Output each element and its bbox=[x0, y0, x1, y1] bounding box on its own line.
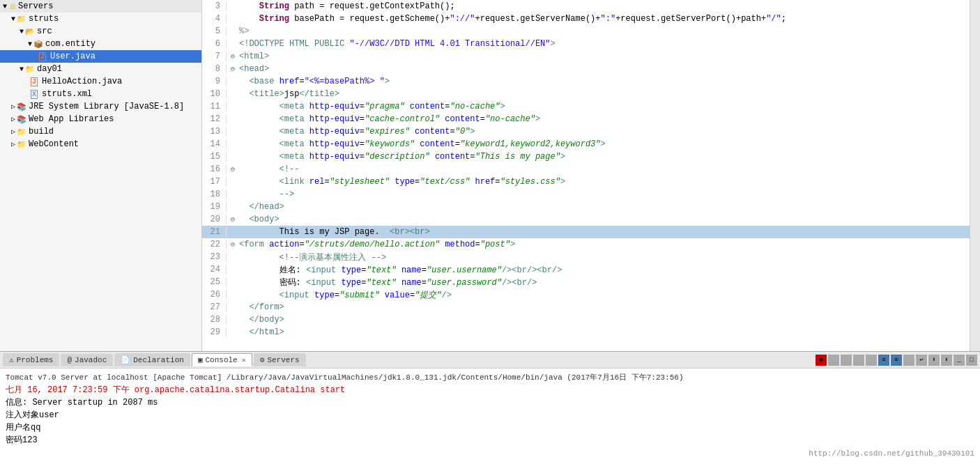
sidebar-item-label: HelloAction.java bbox=[42, 77, 122, 86]
sidebar-item-label: day01 bbox=[37, 64, 62, 74]
library-icon: 📚 bbox=[17, 115, 26, 124]
expand-arrow: ▼ bbox=[20, 65, 24, 73]
action-btn-7[interactable]: ≡ bbox=[891, 355, 902, 366]
tab-javadoc[interactable]: @ Javadoc bbox=[61, 354, 113, 366]
tab-problems-label: Problems bbox=[17, 356, 54, 364]
tab-servers[interactable]: ⚙ Servers bbox=[254, 353, 306, 366]
console-line-2: 注入对象user bbox=[6, 409, 974, 421]
package-icon: 📦 bbox=[33, 40, 43, 49]
sidebar-item-label: struts.xml bbox=[42, 89, 92, 99]
code-line-19: 19 </head> bbox=[202, 201, 970, 213]
console-output: Tomcat v7.0 Server at localhost [Apache … bbox=[0, 369, 980, 473]
code-line-6: 6 <!DOCTYPE HTML PUBLIC "-//W3C//DTD HTM… bbox=[202, 38, 970, 50]
action-btn-6[interactable]: ≡ bbox=[878, 355, 889, 366]
editor-area: 3 String path = request.getContextPath()… bbox=[202, 0, 980, 351]
action-btn-11[interactable]: ⬇ bbox=[941, 355, 952, 366]
code-editor[interactable]: 3 String path = request.getContextPath()… bbox=[202, 0, 970, 351]
code-line-11: 11 <meta http-equiv="pragma" content="no… bbox=[202, 100, 970, 113]
java-file-icon: J bbox=[31, 77, 38, 86]
sidebar-item-label: WebContent bbox=[29, 139, 79, 149]
action-btn-8[interactable] bbox=[903, 355, 914, 366]
code-line-25: 25 密码: <input type="text" name="user.pas… bbox=[202, 276, 970, 288]
expand-arrow: ▷ bbox=[11, 102, 15, 111]
action-btn-5[interactable] bbox=[866, 355, 877, 366]
code-line-26: 26 <input type="submit" value="提交"/> bbox=[202, 288, 970, 301]
servers-icon: ⚙ bbox=[260, 355, 265, 364]
library-icon: 📚 bbox=[17, 102, 26, 111]
sidebar-item-webapp-libs[interactable]: ▷ 📚 Web App Libraries bbox=[0, 113, 201, 125]
sidebar-item-src[interactable]: ▼ 📂 src bbox=[0, 25, 201, 38]
folder-icon: 🖥 bbox=[8, 2, 16, 11]
tab-servers-label: Servers bbox=[267, 356, 299, 364]
sidebar-item-label: build bbox=[29, 127, 54, 137]
sidebar-item-label: User.java bbox=[50, 52, 95, 61]
code-line-4: 4 String basePath = request.getScheme()+… bbox=[202, 13, 970, 25]
expand-arrow: ▼ bbox=[11, 15, 15, 23]
code-line-29: 29 </html> bbox=[202, 326, 970, 339]
console-action-buttons: ■ ≡ ≡ ↩ ⬇ ⬇ _ □ bbox=[816, 355, 977, 366]
action-btn-3[interactable] bbox=[841, 355, 852, 366]
sidebar-item-servers[interactable]: ▼ 🖥 Servers bbox=[0, 0, 201, 13]
code-line-24: 24 姓名: <input type="text" name="user.use… bbox=[202, 263, 970, 276]
action-btn-2[interactable] bbox=[828, 355, 839, 366]
code-line-20: 20 ⊖ <body> bbox=[202, 213, 970, 226]
sidebar-item-label: Servers bbox=[18, 1, 53, 11]
sidebar-item-label: JRE System Library [JavaSE-1.8] bbox=[29, 102, 184, 111]
sidebar-item-hello-action[interactable]: J HelloAction.java bbox=[0, 75, 201, 88]
code-line-9: 9 <base href="<%=basePath%> "> bbox=[202, 75, 970, 88]
expand-arrow: ▼ bbox=[28, 40, 32, 48]
code-line-17: 17 <link rel="stylesheet" type="text/css… bbox=[202, 176, 970, 188]
code-line-3: 3 String path = request.getContextPath()… bbox=[202, 0, 970, 13]
folder-icon: 📁 bbox=[17, 127, 26, 137]
expand-arrow: ▼ bbox=[3, 3, 7, 10]
code-line-7: 7 ⊖ <html> bbox=[202, 50, 970, 63]
action-btn-4[interactable] bbox=[853, 355, 864, 366]
file-tree[interactable]: ▼ 🖥 Servers ▼ 📁 struts ▼ 📂 src ▼ 📦 com.e… bbox=[0, 0, 202, 351]
action-btn-10[interactable]: ⬇ bbox=[928, 355, 940, 366]
sidebar-item-user-java[interactable]: J User.java bbox=[0, 50, 201, 63]
folder-icon: 📁 bbox=[17, 140, 26, 149]
code-line-5: 5 %> bbox=[202, 25, 970, 38]
code-line-28: 28 </body> bbox=[202, 313, 970, 326]
tab-console-label: Console bbox=[206, 356, 238, 364]
console-server-line: Tomcat v7.0 Server at localhost [Apache … bbox=[6, 371, 974, 384]
tab-problems[interactable]: ⚠ Problems bbox=[3, 353, 59, 366]
problems-icon: ⚠ bbox=[9, 355, 14, 364]
console-line-0: 七月 16, 2017 7:23:59 下午 org.apache.catali… bbox=[6, 384, 974, 396]
code-line-21: 21 This is my JSP page. <br><br> bbox=[202, 226, 970, 238]
console-line-4: 密码123 bbox=[6, 434, 974, 447]
code-line-18: 18 --> bbox=[202, 188, 970, 201]
sidebar-item-com-entity[interactable]: ▼ 📦 com.entity bbox=[0, 38, 201, 50]
editor-scrollbar[interactable] bbox=[970, 0, 980, 351]
tab-console[interactable]: ▣ Console ✕ bbox=[192, 353, 252, 366]
code-line-23: 23 <!--演示基本属性注入 --> bbox=[202, 251, 970, 263]
bottom-tab-bar: ⚠ Problems @ Javadoc 📄 Declaration ▣ Con… bbox=[0, 352, 980, 369]
minimize-button[interactable]: _ bbox=[954, 355, 965, 366]
sidebar-item-struts[interactable]: ▼ 📁 struts bbox=[0, 13, 201, 25]
sidebar-item-label: src bbox=[37, 26, 52, 36]
action-btn-9[interactable]: ↩ bbox=[916, 355, 927, 366]
console-icon: ▣ bbox=[198, 355, 203, 364]
console-tab-close[interactable]: ✕ bbox=[242, 356, 246, 364]
code-line-22: 22 ⊖ <form action="/struts/demo/hello.ac… bbox=[202, 238, 970, 251]
javadoc-icon: @ bbox=[67, 356, 72, 364]
sidebar-item-day01[interactable]: ▼ 📁 day01 bbox=[0, 63, 201, 75]
expand-arrow: ▼ bbox=[20, 28, 24, 36]
sidebar-item-webcontent[interactable]: ▷ 📁 WebContent bbox=[0, 138, 201, 150]
expand-arrow: ▷ bbox=[11, 127, 15, 136]
sidebar-item-struts-xml[interactable]: X struts.xml bbox=[0, 88, 201, 100]
sidebar-item-jre[interactable]: ▷ 📚 JRE System Library [JavaSE-1.8] bbox=[0, 100, 201, 113]
tab-declaration[interactable]: 📄 Declaration bbox=[114, 353, 190, 366]
code-line-12: 12 <meta http-equiv="cache-control" cont… bbox=[202, 113, 970, 125]
code-line-14: 14 <meta http-equiv="keywords" content="… bbox=[202, 138, 970, 150]
console-url: http://blog.csdn.net/github_39430101 bbox=[6, 447, 974, 458]
src-folder-icon: 📂 bbox=[25, 27, 35, 36]
folder-icon: 📁 bbox=[17, 15, 26, 24]
sidebar-item-label: com.entity bbox=[45, 39, 95, 49]
tab-javadoc-label: Javadoc bbox=[75, 356, 107, 364]
xml-file-icon: X bbox=[31, 90, 38, 99]
maximize-button[interactable]: □ bbox=[966, 355, 977, 366]
bottom-panel: ⚠ Problems @ Javadoc 📄 Declaration ▣ Con… bbox=[0, 351, 980, 473]
stop-button[interactable]: ■ bbox=[816, 355, 827, 366]
sidebar-item-build[interactable]: ▷ 📁 build bbox=[0, 125, 201, 138]
